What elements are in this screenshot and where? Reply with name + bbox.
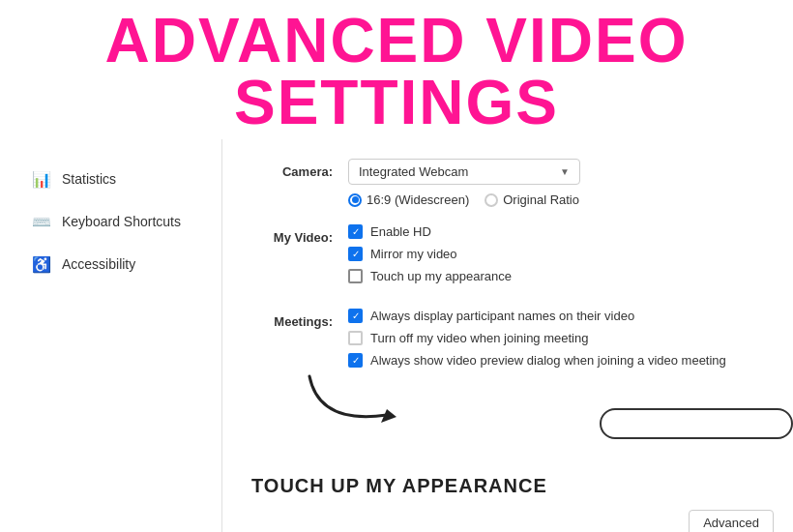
enable-hd-label: Enable HD <box>370 224 431 239</box>
meetings-row: Meetings: Always display participant nam… <box>251 309 764 375</box>
sidebar-label-statistics: Statistics <box>62 171 116 187</box>
page-title: ADVANCED VIDEO SETTINGS <box>0 10 793 133</box>
main-panel: Camera: Integrated Webcam ▼ 16:9 (Widesc… <box>222 139 793 532</box>
widescreen-label: 16:9 (Widescreen) <box>367 192 469 207</box>
my-video-label: My Video: <box>251 224 348 245</box>
mirror-video-checkbox[interactable] <box>348 247 363 261</box>
sidebar: 📊 Statistics ⌨️ Keyboard Shortcuts ♿ Acc… <box>0 139 222 532</box>
video-preview-label: Always show video preview dialog when jo… <box>370 353 726 368</box>
advanced-button[interactable]: Advanced <box>689 510 774 532</box>
header: ADVANCED VIDEO SETTINGS <box>0 0 793 139</box>
camera-dropdown[interactable]: Integrated Webcam ▼ <box>348 159 580 185</box>
turn-off-video-option[interactable]: Turn off my video when joining meeting <box>348 331 764 345</box>
original-ratio-radio[interactable] <box>485 193 498 207</box>
widescreen-option[interactable]: 16:9 (Widescreen) <box>348 192 469 207</box>
touch-up-checkbox[interactable] <box>348 269 363 283</box>
my-video-controls: Enable HD Mirror my video Touch up my ap… <box>348 224 764 291</box>
meetings-label: Meetings: <box>251 309 348 329</box>
sidebar-label-accessibility: Accessibility <box>62 256 135 272</box>
mirror-video-option[interactable]: Mirror my video <box>348 247 764 261</box>
my-video-row: My Video: Enable HD Mirror my video Touc… <box>251 224 764 291</box>
statistics-icon: 📊 <box>31 168 52 190</box>
display-names-label: Always display participant names on thei… <box>370 309 634 323</box>
camera-label: Camera: <box>251 159 348 179</box>
my-video-section: My Video: Enable HD Mirror my video Touc… <box>251 224 764 291</box>
original-ratio-label: Original Ratio <box>503 192 579 207</box>
turn-off-video-label: Turn off my video when joining meeting <box>370 331 588 345</box>
aspect-ratio-group: 16:9 (Widescreen) Original Ratio <box>348 192 764 207</box>
video-preview-option[interactable]: Always show video preview dialog when jo… <box>348 353 764 368</box>
meetings-controls: Always display participant names on thei… <box>348 309 764 375</box>
sidebar-item-statistics[interactable]: 📊 Statistics <box>19 159 221 199</box>
arrow-icon <box>300 367 406 439</box>
meetings-section: Meetings: Always display participant nam… <box>251 309 764 375</box>
camera-controls: Integrated Webcam ▼ 16:9 (Widescreen) Or… <box>348 159 764 207</box>
enable-hd-checkbox[interactable] <box>348 224 363 239</box>
display-names-option[interactable]: Always display participant names on thei… <box>348 309 764 323</box>
touch-up-option[interactable]: Touch up my appearance <box>348 269 764 283</box>
display-names-checkbox[interactable] <box>348 309 363 323</box>
annotation-text: TOUCH UP MY APPEARANCE <box>251 475 547 497</box>
sidebar-item-accessibility[interactable]: ♿ Accessibility <box>19 244 221 284</box>
dropdown-arrow-icon: ▼ <box>560 166 570 177</box>
circle-annotation <box>600 408 793 439</box>
arrow-annotation <box>300 367 396 434</box>
mirror-video-label: Mirror my video <box>370 247 457 261</box>
camera-dropdown-value: Integrated Webcam <box>359 164 468 179</box>
sidebar-item-keyboard-shortcuts[interactable]: ⌨️ Keyboard Shortcuts <box>19 201 221 242</box>
video-preview-checkbox[interactable] <box>348 353 363 368</box>
original-ratio-option[interactable]: Original Ratio <box>485 192 579 207</box>
camera-row: Camera: Integrated Webcam ▼ 16:9 (Widesc… <box>251 159 764 207</box>
content-layout: 📊 Statistics ⌨️ Keyboard Shortcuts ♿ Acc… <box>0 139 793 532</box>
camera-section: Camera: Integrated Webcam ▼ 16:9 (Widesc… <box>251 159 764 207</box>
touch-up-label: Touch up my appearance <box>370 269 512 283</box>
accessibility-icon: ♿ <box>31 253 52 275</box>
enable-hd-option[interactable]: Enable HD <box>348 224 764 239</box>
turn-off-video-checkbox[interactable] <box>348 331 363 345</box>
sidebar-label-keyboard: Keyboard Shortcuts <box>62 214 181 229</box>
keyboard-icon: ⌨️ <box>31 211 52 232</box>
widescreen-radio[interactable] <box>348 193 362 207</box>
